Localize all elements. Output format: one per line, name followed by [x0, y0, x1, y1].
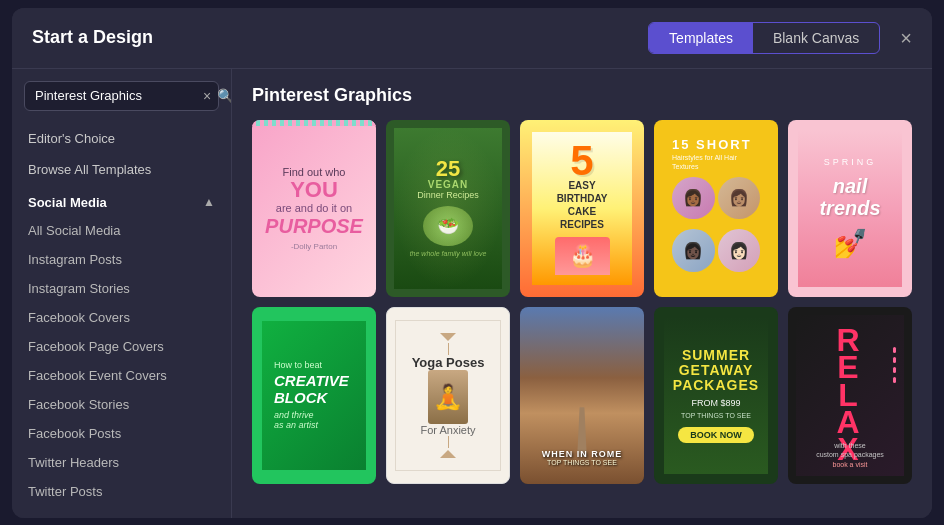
tab-templates[interactable]: Templates	[649, 23, 753, 53]
template-card-10[interactable]: RELAX with thesecustom spa packages book…	[788, 307, 912, 484]
template-card-1[interactable]: Find out who YOU are and do it on PURPOS…	[252, 120, 376, 297]
template-card-4[interactable]: 15 SHORT Hairstyles for All Hair Texture…	[654, 120, 778, 297]
search-container: × 🔍	[24, 81, 219, 111]
sidebar-item-facebook-covers[interactable]: Facebook Covers	[12, 303, 231, 332]
sidebar-item-instagram-posts[interactable]: Instagram Posts	[12, 245, 231, 274]
template-card-2[interactable]: 25 VEGAN Dinner Recipes 🥗 the whole fami…	[386, 120, 510, 297]
search-input[interactable]	[35, 88, 203, 103]
chevron-up-icon: ▲	[203, 195, 215, 209]
sidebar-item-all-social-media[interactable]: All Social Media	[12, 216, 231, 245]
sidebar-section-label: Social Media	[28, 195, 107, 210]
sidebar-item-instagram-stories[interactable]: Instagram Stories	[12, 274, 231, 303]
start-a-design-modal: Start a Design Templates Blank Canvas × …	[12, 8, 932, 518]
template-card-3[interactable]: 5 EasyBirthdayCakeRecipes 🎂	[520, 120, 644, 297]
templates-grid: Find out who YOU are and do it on PURPOS…	[252, 120, 912, 484]
template-card-7[interactable]: Yoga Poses 🧘 For Anxiety	[386, 307, 510, 484]
modal-title: Start a Design	[32, 27, 153, 48]
template-card-9[interactable]: SUMMERGETAWAYPACKAGES FROM $899 TOP THIN…	[654, 307, 778, 484]
sidebar-item-browse-all[interactable]: Browse All Templates	[12, 154, 231, 185]
main-content: Pinterest Graphics Find out who YOU are …	[232, 69, 932, 518]
section-title: Pinterest Graphics	[252, 85, 912, 106]
sidebar-item-facebook-event-covers[interactable]: Facebook Event Covers	[12, 361, 231, 390]
template-card-5[interactable]: SPRING nailtrends 💅	[788, 120, 912, 297]
sidebar-item-facebook-page-covers[interactable]: Facebook Page Covers	[12, 332, 231, 361]
template-card-8[interactable]: WHEN IN ROME TOP THINGS TO SEE	[520, 307, 644, 484]
template-card-6[interactable]: How to beat CREATIVEBLOCK and thriveas a…	[252, 307, 376, 484]
sidebar-item-facebook-stories[interactable]: Facebook Stories	[12, 390, 231, 419]
sidebar-item-editors-choice[interactable]: Editor's Choice	[12, 123, 231, 154]
modal-body: × 🔍 Editor's Choice Browse All Templates…	[12, 69, 932, 518]
sidebar: × 🔍 Editor's Choice Browse All Templates…	[12, 69, 232, 518]
sidebar-section-social-media[interactable]: Social Media ▲	[12, 185, 231, 216]
tab-group: Templates Blank Canvas	[648, 22, 880, 54]
close-button[interactable]: ×	[900, 28, 912, 48]
sidebar-item-facebook-posts[interactable]: Facebook Posts	[12, 419, 231, 448]
modal-header: Start a Design Templates Blank Canvas ×	[12, 8, 932, 69]
sidebar-item-twitter-headers[interactable]: Twitter Headers	[12, 448, 231, 477]
tab-blank-canvas[interactable]: Blank Canvas	[753, 23, 879, 53]
search-icon[interactable]: 🔍	[217, 88, 232, 104]
sidebar-item-twitter-posts[interactable]: Twitter Posts	[12, 477, 231, 506]
clear-search-icon[interactable]: ×	[203, 88, 211, 104]
